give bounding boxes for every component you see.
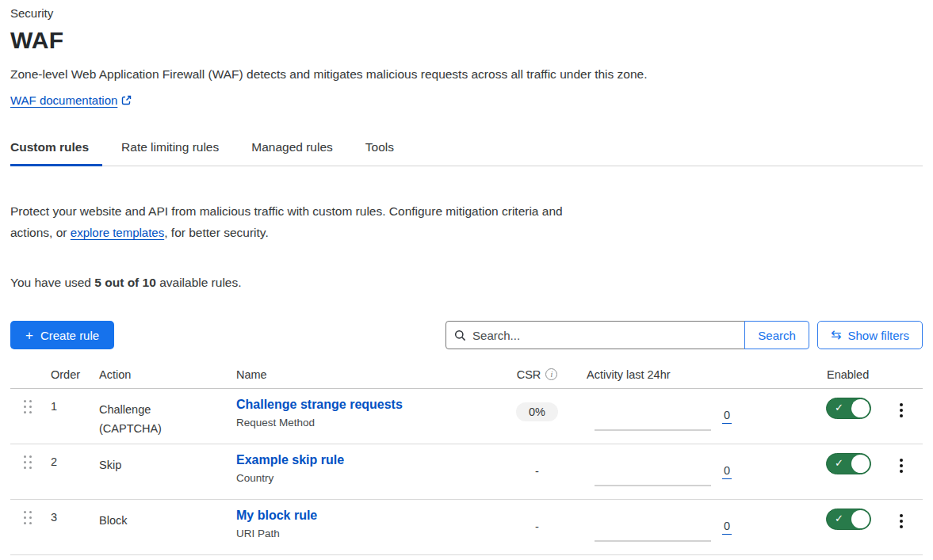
table-row: 1 Challenge(CAPTCHA) Challenge strange r… — [10, 389, 923, 444]
table-row: 3 Block My block rule URI Path - 0 ✓ — [10, 500, 923, 555]
rule-action-line2: (CAPTCHA) — [99, 419, 226, 438]
tab-bar: Custom rules Rate limiting rules Managed… — [10, 132, 923, 166]
rule-order: 1 — [45, 389, 89, 444]
breadcrumb: Security — [10, 0, 923, 20]
rules-toolbar: + Create rule Search ⇆ Show filters — [10, 321, 923, 349]
search-input[interactable] — [472, 329, 736, 342]
usage-prefix: You have used — [10, 276, 94, 289]
rule-name-link[interactable]: Example skip rule — [236, 453, 488, 467]
intro-text-after: , for better security. — [164, 226, 269, 239]
activity-count-link[interactable]: 0 — [722, 409, 732, 424]
external-link-icon — [121, 94, 132, 109]
activity-count-link[interactable]: 0 — [722, 464, 732, 479]
header-action: Action — [89, 368, 226, 388]
header-activity: Activity last 24hr — [587, 368, 741, 388]
plus-icon: + — [25, 329, 33, 342]
header-name: Name — [226, 368, 488, 388]
show-filters-button[interactable]: ⇆ Show filters — [817, 321, 923, 349]
row-spacer — [741, 444, 816, 499]
enabled-toggle[interactable]: ✓ — [826, 398, 871, 419]
toggle-knob — [851, 399, 870, 417]
row-spacer — [741, 500, 816, 554]
rule-order: 2 — [45, 444, 89, 499]
enabled-toggle[interactable]: ✓ — [826, 453, 871, 474]
search-box — [445, 321, 745, 349]
rule-name-cell: Example skip rule Country — [226, 444, 488, 499]
usage-suffix: available rules. — [156, 276, 242, 289]
swap-arrows-icon: ⇆ — [831, 329, 841, 341]
rule-action-line1: Skip — [99, 455, 226, 474]
show-filters-label: Show filters — [847, 329, 909, 342]
tab-tools[interactable]: Tools — [365, 132, 407, 166]
toggle-knob — [851, 510, 870, 528]
rule-action: Skip — [89, 444, 226, 499]
activity-sparkline — [595, 402, 711, 431]
activity-count-link[interactable]: 0 — [722, 520, 732, 535]
tab-rate-limiting-rules[interactable]: Rate limiting rules — [121, 132, 232, 166]
create-rule-label: Create rule — [40, 329, 99, 342]
search-icon — [454, 330, 466, 341]
info-icon[interactable]: i — [545, 368, 557, 380]
header-csr: CSRi — [488, 368, 587, 388]
drag-handle-icon[interactable] — [24, 455, 32, 469]
kebab-menu-icon[interactable] — [895, 402, 908, 444]
waf-documentation-link[interactable]: WAF documentation — [10, 93, 117, 107]
csr-badge: 0% — [516, 402, 558, 421]
kebab-menu-icon[interactable] — [895, 457, 908, 499]
row-spacer — [741, 389, 816, 444]
activity-sparkline — [595, 458, 711, 486]
activity-cell: 0 — [587, 389, 741, 444]
rule-name-link[interactable]: My block rule — [236, 509, 488, 523]
intro-text: Protect your website and API from malici… — [10, 200, 593, 243]
activity-sparkline — [595, 513, 711, 542]
rule-field: Country — [236, 472, 488, 484]
tab-managed-rules[interactable]: Managed rules — [251, 132, 346, 166]
rule-action: Challenge(CAPTCHA) — [89, 389, 226, 444]
rule-action: Block — [89, 500, 226, 554]
tab-custom-rules[interactable]: Custom rules — [10, 132, 102, 166]
explore-templates-link[interactable]: explore templates — [71, 226, 164, 239]
rule-order: 3 — [45, 500, 89, 554]
waf-page: Security WAF Zone-level Web Application … — [10, 0, 923, 555]
activity-cell: 0 — [587, 444, 741, 499]
drag-handle-icon[interactable] — [24, 511, 32, 524]
table-header: Order Action Name CSRi Activity last 24h… — [10, 368, 923, 389]
activity-cell: 0 — [587, 500, 741, 554]
header-order: Order — [45, 368, 89, 388]
header-menu-spacer — [880, 368, 923, 388]
rule-name-cell: My block rule URI Path — [226, 500, 488, 554]
enabled-toggle[interactable]: ✓ — [826, 509, 871, 530]
rules-usage-text: You have used 5 out of 10 available rule… — [10, 276, 923, 290]
check-icon: ✓ — [835, 457, 843, 469]
header-handle-spacer — [10, 368, 45, 388]
csr-value: - — [535, 465, 539, 478]
table-row: 2 Skip Example skip rule Country - 0 ✓ — [10, 444, 923, 500]
check-icon: ✓ — [835, 402, 843, 413]
rule-field: URI Path — [236, 528, 488, 539]
toggle-knob — [851, 455, 870, 473]
rule-name-cell: Challenge strange requests Request Metho… — [226, 389, 488, 444]
create-rule-button[interactable]: + Create rule — [10, 321, 114, 349]
page-description: Zone-level Web Application Firewall (WAF… — [10, 67, 923, 82]
rule-field: Request Method — [236, 417, 488, 429]
usage-count: 5 out of 10 — [94, 276, 156, 289]
check-icon: ✓ — [835, 512, 843, 524]
header-csr-label: CSR — [517, 368, 541, 381]
rule-action-line1: Challenge — [99, 400, 226, 419]
rule-action-line1: Block — [99, 511, 226, 530]
drag-handle-icon[interactable] — [24, 400, 32, 413]
header-enabled: Enabled — [816, 368, 880, 388]
search-button[interactable]: Search — [744, 321, 809, 349]
kebab-menu-icon[interactable] — [895, 512, 908, 554]
csr-value: - — [535, 520, 539, 533]
header-spacer — [741, 368, 816, 388]
rule-name-link[interactable]: Challenge strange requests — [236, 398, 488, 412]
page-title: WAF — [10, 27, 923, 54]
